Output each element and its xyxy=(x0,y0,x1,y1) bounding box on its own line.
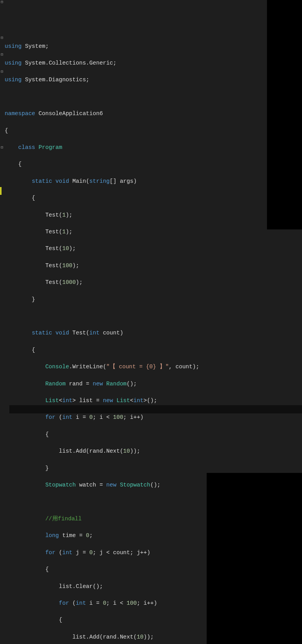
code-line[interactable]: Test(1000); xyxy=(5,278,302,287)
code-line[interactable]: } xyxy=(5,464,302,473)
code-line[interactable]: list.Clear(); xyxy=(5,583,302,591)
code-line[interactable]: List<int> list = new List<int>(); xyxy=(5,397,302,405)
code-line[interactable]: //用findall xyxy=(5,515,302,523)
change-marker xyxy=(0,187,2,195)
code-line[interactable]: long time = 0; xyxy=(5,532,302,540)
code-line[interactable]: { xyxy=(5,346,302,355)
code-line[interactable]: namespace ConsoleApplication6 xyxy=(5,110,302,118)
code-editor[interactable]: ⊟ ⊟ ⊟ ⊟ ⊟ using System; using System.Col… xyxy=(0,0,302,644)
code-line[interactable]: Random rand = new Random(); xyxy=(5,380,302,388)
code-line[interactable]: { xyxy=(5,127,302,135)
code-line[interactable]: using System.Diagnostics; xyxy=(5,76,302,84)
code-line[interactable]: { xyxy=(5,565,302,574)
fold-toggle-icon[interactable]: ⊟ xyxy=(0,70,4,74)
code-line[interactable]: Test(100); xyxy=(5,262,302,270)
code-line[interactable]: Test(1); xyxy=(5,228,302,236)
code-line[interactable] xyxy=(5,312,302,321)
code-line[interactable] xyxy=(5,498,302,506)
code-line[interactable]: Console.WriteLine("【 count = {0} 】", cou… xyxy=(5,363,302,371)
code-line[interactable] xyxy=(5,93,302,102)
current-line-highlight xyxy=(9,405,302,414)
code-line[interactable]: list.Add(rand.Next(10)); xyxy=(5,447,302,456)
fold-toggle-icon[interactable]: ⊟ xyxy=(0,53,4,57)
code-line[interactable]: { xyxy=(5,616,302,625)
code-line[interactable]: list.Add(rand.Next(10)); xyxy=(5,633,302,642)
code-line[interactable]: for (int i = 0; i < 100; i++) xyxy=(5,413,302,422)
fold-toggle-icon[interactable]: ⊟ xyxy=(0,146,4,150)
code-area[interactable]: using System; using System.Collections.G… xyxy=(5,25,302,644)
code-line[interactable]: static void Main(string[] args) xyxy=(5,177,302,186)
code-line[interactable]: { xyxy=(5,430,302,439)
code-line[interactable]: static void Test(int count) xyxy=(5,329,302,338)
code-line[interactable]: Test(1); xyxy=(5,211,302,220)
code-line[interactable]: } xyxy=(5,296,302,304)
code-line[interactable]: { xyxy=(5,160,302,169)
code-line[interactable]: class Program xyxy=(5,144,302,152)
code-line[interactable]: for (int i = 0; i < 100; i++) xyxy=(5,599,302,608)
code-line[interactable]: Test(10); xyxy=(5,245,302,253)
code-line[interactable]: using System; xyxy=(5,42,302,51)
fold-toggle-icon[interactable]: ⊟ xyxy=(0,0,4,4)
fold-toggle-icon[interactable]: ⊟ xyxy=(0,36,4,40)
code-line[interactable]: Stopwatch watch = new Stopwatch(); xyxy=(5,481,302,490)
code-line[interactable]: { xyxy=(5,194,302,203)
code-line[interactable]: using System.Collections.Generic; xyxy=(5,59,302,68)
code-line[interactable]: for (int j = 0; j < count; j++) xyxy=(5,549,302,557)
fold-gutter: ⊟ ⊟ ⊟ ⊟ ⊟ xyxy=(0,0,5,644)
